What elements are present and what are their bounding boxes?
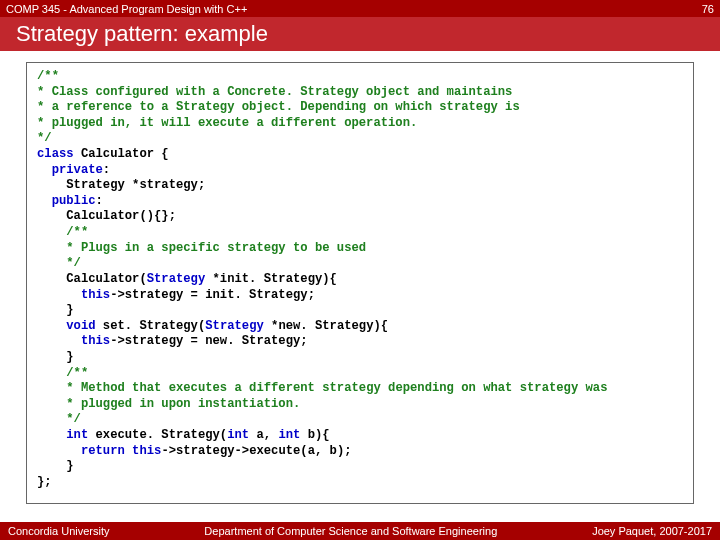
footer-bar: Concordia University Department of Compu… xyxy=(0,522,720,540)
course-label: COMP 345 - Advanced Program Design with … xyxy=(6,3,247,15)
title-text: Strategy pattern: example xyxy=(16,21,268,47)
footer-center: Department of Computer Science and Softw… xyxy=(204,525,497,537)
footer-left: Concordia University xyxy=(8,525,109,537)
footer-right: Joey Paquet, 2007-2017 xyxy=(592,525,712,537)
slide-number: 76 xyxy=(702,3,714,15)
code-block: /** * Class configured with a Concrete. … xyxy=(26,62,694,504)
header-bar: COMP 345 - Advanced Program Design with … xyxy=(0,0,720,17)
slide-title: Strategy pattern: example xyxy=(0,17,720,51)
code-content: /** * Class configured with a Concrete. … xyxy=(37,69,683,490)
